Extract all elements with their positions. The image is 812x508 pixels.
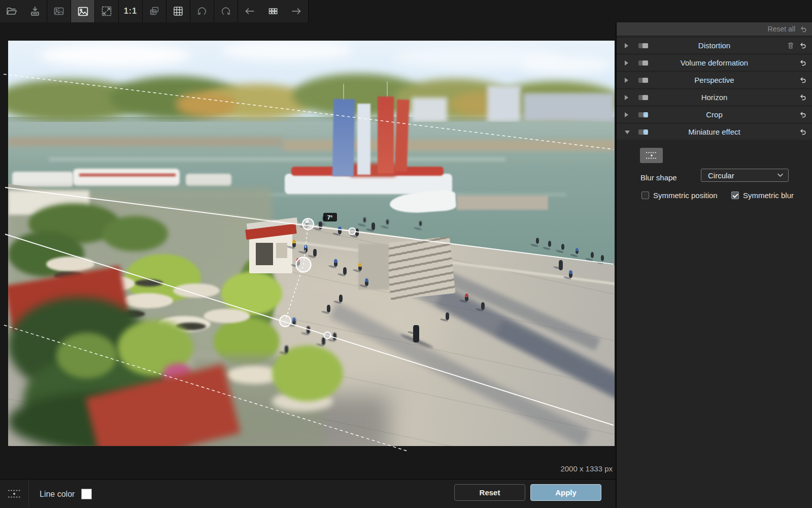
section-toggle-icon[interactable] <box>638 60 648 66</box>
section-toggle-icon[interactable] <box>638 95 648 100</box>
fit-screen-icon <box>100 5 113 17</box>
chevron-down-icon <box>777 173 783 177</box>
blur-shape-label: Blur shape <box>640 173 677 182</box>
miniature-tool-button[interactable] <box>640 148 663 163</box>
one-to-one-label: 1:1 <box>124 7 137 16</box>
reset-all-label: Reset all <box>768 25 795 33</box>
reset-all-bar[interactable]: Reset all <box>617 22 812 36</box>
section-toggle-icon[interactable] <box>638 112 648 117</box>
photo <box>8 41 615 446</box>
symmetric-position-label: Symmetric position <box>653 191 718 200</box>
bottom-bar: Line color Reset Apply <box>0 479 616 508</box>
line-color-swatch[interactable] <box>81 489 92 499</box>
panel-section-row[interactable]: Horizon <box>617 89 812 105</box>
previous-image-button[interactable] <box>238 0 261 22</box>
panel-section-row[interactable]: Volume deformation <box>617 55 812 71</box>
image-icon <box>77 5 89 18</box>
blur-shape-value: Circular <box>708 171 777 180</box>
expander-icon[interactable] <box>625 60 631 66</box>
section-undo-icon[interactable] <box>799 59 806 67</box>
section-list: Distortion Volume deformation Perspectiv… <box>617 38 812 140</box>
copy-settings-button[interactable] <box>143 0 166 22</box>
rotate-ccw-icon <box>196 5 208 17</box>
grid-overlay-button[interactable] <box>166 0 190 22</box>
panel-section-row[interactable]: Crop <box>617 107 812 122</box>
section-toggle-icon[interactable] <box>638 130 648 135</box>
image-browser-icon <box>267 5 279 17</box>
grid-icon <box>172 5 184 17</box>
next-image-button[interactable] <box>285 0 308 22</box>
section-undo-icon[interactable] <box>799 93 806 101</box>
symmetric-position-checkbox[interactable]: Symmetric position <box>641 191 718 200</box>
rotate-cw-icon <box>220 5 232 17</box>
export-icon <box>29 5 41 17</box>
top-toolbar: 1:1 <box>0 0 812 23</box>
panel-section-row[interactable]: Perspective <box>617 72 812 88</box>
checkbox-box <box>731 192 739 199</box>
expander-icon[interactable] <box>625 78 631 83</box>
export-button[interactable] <box>23 0 47 22</box>
image-browser-button[interactable] <box>261 0 285 22</box>
miniature-tool-indicator-icon <box>7 489 22 501</box>
fit-screen-button[interactable] <box>95 0 118 22</box>
app-window: 1:1 <box>0 0 812 508</box>
section-undo-icon[interactable] <box>799 42 806 49</box>
expander-icon[interactable] <box>625 131 630 137</box>
reset-button[interactable]: Reset <box>454 484 525 501</box>
open-folder-icon <box>6 5 18 17</box>
panel-section-row[interactable]: Miniature effect <box>617 124 812 140</box>
image-navigation-group <box>238 0 308 22</box>
compare-icon <box>53 5 65 17</box>
open-folder-button[interactable] <box>0 0 23 22</box>
section-undo-icon[interactable] <box>799 76 806 84</box>
copy-settings-icon <box>148 5 160 17</box>
rotate-cw-button[interactable] <box>214 0 238 22</box>
image-size-label: 2000 x 1333 px <box>560 464 613 473</box>
section-undo-icon[interactable] <box>799 111 806 118</box>
toolbar-buttons: 1:1 <box>0 0 309 22</box>
symmetric-blur-checkbox[interactable]: Symmetric blur <box>731 191 794 200</box>
section-undo-icon[interactable] <box>799 128 806 136</box>
zoom-100-button[interactable]: 1:1 <box>119 0 142 22</box>
section-toggle-icon[interactable] <box>638 43 648 48</box>
corrections-panel: Reset all Distortion Volume deformation … <box>616 22 812 508</box>
arrow-left-icon <box>244 5 256 17</box>
checkbox-box <box>641 192 649 199</box>
rotate-ccw-button[interactable] <box>190 0 214 22</box>
image-canvas: 7° 2000 x 1333 px Line color Reset Apply <box>0 22 616 508</box>
panel-section-row[interactable]: Distortion <box>617 38 812 53</box>
blur-shape-dropdown[interactable]: Circular <box>701 169 789 182</box>
bottom-bar-separator <box>28 480 29 508</box>
line-color-label: Line color <box>40 480 75 508</box>
compare-button[interactable] <box>47 0 71 22</box>
section-toggle-icon[interactable] <box>638 78 648 83</box>
miniature-tool-icon <box>645 151 658 160</box>
expander-icon[interactable] <box>625 95 631 100</box>
arrow-right-icon <box>290 5 302 17</box>
trash-icon[interactable] <box>787 42 794 49</box>
image-view-button[interactable] <box>71 0 94 22</box>
symmetric-blur-label: Symmetric blur <box>743 191 794 200</box>
expander-icon[interactable] <box>625 43 631 48</box>
reset-all-undo-icon <box>799 25 807 33</box>
expander-icon[interactable] <box>625 112 631 117</box>
apply-button[interactable]: Apply <box>530 484 601 501</box>
toolbar-separator <box>308 0 309 22</box>
